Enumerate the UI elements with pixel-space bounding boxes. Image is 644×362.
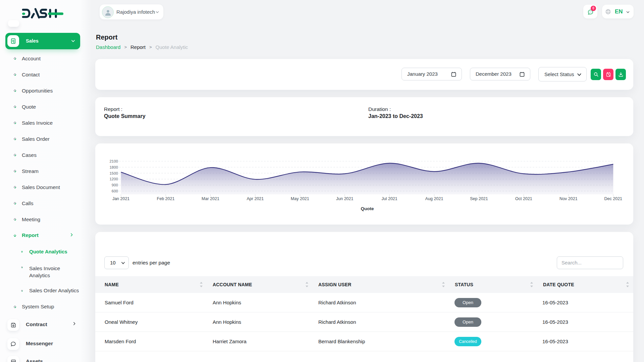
svg-text:Sep 2021: Sep 2021 (470, 196, 488, 201)
svg-text:Feb 2021: Feb 2021 (157, 196, 175, 201)
svg-text:Aug 2021: Aug 2021 (425, 196, 443, 201)
svg-text:900: 900 (112, 183, 118, 187)
svg-text:1500: 1500 (109, 171, 118, 175)
svg-text:Apr 2021: Apr 2021 (247, 196, 264, 201)
svg-text:Mar 2021: Mar 2021 (202, 196, 219, 201)
svg-text:600: 600 (112, 189, 118, 193)
svg-text:Oct 2021: Oct 2021 (515, 196, 532, 201)
svg-text:Jul 2021: Jul 2021 (382, 196, 397, 201)
svg-text:Jun 2021: Jun 2021 (336, 196, 353, 201)
svg-text:Jan 2021: Jan 2021 (112, 196, 129, 201)
svg-text:2100: 2100 (109, 159, 118, 163)
svg-text:1800: 1800 (109, 165, 118, 169)
svg-text:Quote: Quote (361, 206, 374, 211)
svg-text:Dec 2021: Dec 2021 (604, 196, 623, 201)
svg-text:1200: 1200 (109, 177, 118, 181)
svg-text:Nov 2021: Nov 2021 (559, 196, 578, 201)
svg-text:May 2021: May 2021 (291, 196, 309, 201)
